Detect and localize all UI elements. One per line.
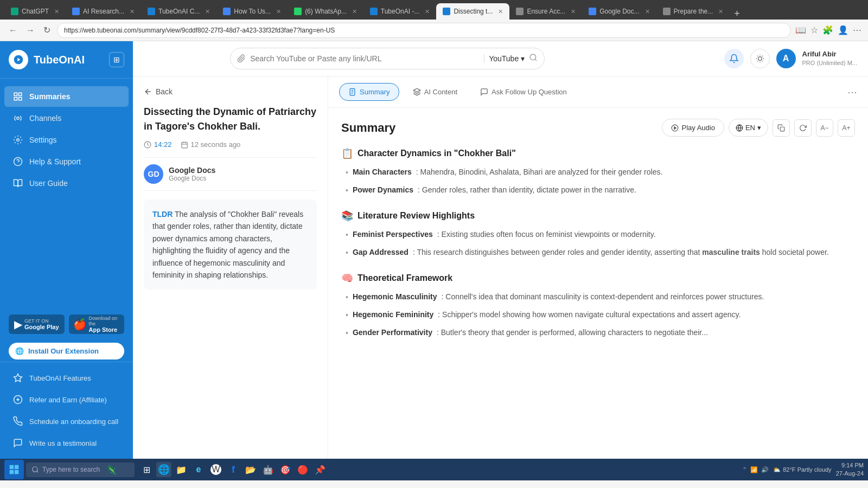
sidebar-item-settings[interactable]: Settings <box>4 130 129 150</box>
tab-favicon-ensure <box>516 8 524 15</box>
summary-header: Summary Play Audio EN ▾ <box>341 119 855 137</box>
section-heading-character: 📋 Character Dynamics in "Chokher Bali" <box>341 147 855 159</box>
tab-dissecting[interactable]: Dissecting t... ✕ <box>436 3 509 20</box>
taskbar-clock[interactable]: 9:14 PM 27-Aug-24 <box>836 461 864 478</box>
doc-icon <box>348 88 356 96</box>
bullet-key-performativity: Gender Performativity <box>353 326 432 338</box>
sidebar-collapse-button[interactable]: ⊞ <box>109 52 124 67</box>
search-input[interactable] <box>246 54 484 63</box>
tab-more-button[interactable]: ⋯ <box>847 86 857 98</box>
tab-prepare[interactable]: Prepare the... ✕ <box>656 3 730 20</box>
section-bullets-character: Main Characters: Mahendra, Binodini, Ash… <box>341 166 855 197</box>
tab-chatgpt[interactable]: ChatGPT ✕ <box>4 3 66 20</box>
back-nav-button[interactable]: ← <box>7 23 20 37</box>
tray-up-arrow[interactable]: ⌃ <box>742 466 747 473</box>
language-button[interactable]: EN ▾ <box>729 119 768 137</box>
tab-close-tube1[interactable]: ✕ <box>205 8 210 15</box>
tab-close-howto[interactable]: ✕ <box>276 8 281 15</box>
theme-toggle-button[interactable] <box>750 49 770 68</box>
taskbar-app1-icon[interactable]: 🎯 <box>278 462 293 477</box>
taskbar-app2-icon[interactable]: 🔴 <box>295 462 310 477</box>
tab-close-prepare[interactable]: ✕ <box>718 8 723 15</box>
taskbar-files-icon[interactable]: 📂 <box>243 462 258 477</box>
play-audio-button[interactable]: Play Audio <box>662 119 724 137</box>
sidebar-bottom-nav: TubeOnAI Features Refer and Earn (Affili… <box>0 362 133 459</box>
tab-ensure[interactable]: Ensure Acc... ✕ <box>509 3 582 20</box>
tab-close-wa[interactable]: ✕ <box>352 8 357 15</box>
tab-close-ai[interactable]: ✕ <box>130 8 135 15</box>
sidebar-item-guide[interactable]: User Guide <box>4 173 129 194</box>
bookmark-icon[interactable]: ☆ <box>810 25 818 35</box>
back-button[interactable]: Back <box>144 87 317 96</box>
summary-actions: Play Audio EN ▾ <box>662 119 856 137</box>
tab-summary[interactable]: Summary <box>339 83 399 101</box>
taskbar-copilot-icon[interactable]: 🤖 <box>260 462 276 477</box>
tab-ai-content[interactable]: AI Content <box>404 83 467 101</box>
right-panel: Summary AI Content Ask Follow Up Questio… <box>328 76 868 459</box>
tab-label-wa: (6) WhatsAp... <box>305 8 347 15</box>
extensions-icon[interactable]: 🧩 <box>822 25 833 35</box>
svg-rect-3 <box>19 93 22 95</box>
bullet-key-feminist: Feminist Perspectives <box>353 228 433 240</box>
bullet-feminist: Feminist Perspectives: Existing studies … <box>341 228 855 241</box>
sidebar-item-refer[interactable]: Refer and Earn (Affiliate) <box>4 389 129 410</box>
forward-nav-button[interactable]: → <box>24 23 37 37</box>
reload-button[interactable]: ↻ <box>41 23 53 37</box>
google-play-badge[interactable]: ▶ GET IT ON Google Play <box>9 314 65 334</box>
sidebar-label-schedule: Schedule an onboarding call <box>29 418 118 426</box>
taskbar-facebook-icon[interactable]: f <box>226 462 241 477</box>
tab-close-ensure[interactable]: ✕ <box>571 8 576 15</box>
svg-rect-39 <box>10 465 14 470</box>
tray-network-icon[interactable]: 📶 <box>750 466 758 473</box>
install-extension-button[interactable]: 🌐 Install Our Extension <box>9 343 124 359</box>
tab-close-dissecting[interactable]: ✕ <box>498 8 503 15</box>
tab-followup[interactable]: Ask Follow Up Question <box>471 83 576 101</box>
bullet-heg-masculinity: Hegemonic Masculinity: Connell's idea th… <box>341 291 855 303</box>
svg-line-22 <box>757 61 757 61</box>
taskbar-taskview-icon[interactable]: ⊞ <box>139 462 154 477</box>
tray-volume-icon[interactable]: 🔊 <box>761 466 769 473</box>
reader-mode-icon[interactable]: 📖 <box>795 25 806 35</box>
duration-meta: 14:22 <box>144 140 172 149</box>
taskbar-edge-icon[interactable]: e <box>191 462 206 477</box>
taskbar-explorer-icon[interactable]: 📁 <box>174 462 189 477</box>
sidebar-item-help[interactable]: Help & Support <box>4 151 129 172</box>
sidebar-item-testimonial[interactable]: Write us a testimonial <box>4 433 129 453</box>
search-button[interactable] <box>529 53 538 65</box>
tab-close-tube2[interactable]: ✕ <box>425 8 430 15</box>
sidebar-item-summaries[interactable]: Summaries <box>4 86 129 107</box>
decrease-font-button[interactable]: A− <box>816 119 833 137</box>
share-button[interactable] <box>794 119 812 137</box>
more-menu-icon[interactable]: ⋯ <box>853 25 861 35</box>
profile-icon[interactable]: 👤 <box>838 25 848 35</box>
sidebar-item-schedule[interactable]: Schedule an onboarding call <box>4 411 129 432</box>
sidebar-item-features[interactable]: TubeOnAI Features <box>4 368 129 388</box>
tab-tubeonai-dash[interactable]: TubeOnAI -... ✕ <box>363 3 437 20</box>
tab-howto[interactable]: How To Us... ✕ <box>216 3 288 20</box>
duration-link[interactable]: 14:22 <box>154 140 172 149</box>
sidebar-logo: TubeOnAI ⊞ <box>0 41 133 79</box>
address-bar-input[interactable] <box>57 23 791 38</box>
user-info: Ariful Abir PRO (Unlimited) M... <box>802 50 857 67</box>
sidebar-label-features: TubeOnAI Features <box>29 374 91 382</box>
notification-button[interactable] <box>724 49 744 68</box>
taskbar-search-bar[interactable]: Type here to search 🦎 <box>26 463 135 477</box>
taskbar-app3-icon[interactable]: 📌 <box>312 462 328 477</box>
sidebar-item-channels[interactable]: Channels <box>4 108 129 129</box>
new-tab-button[interactable]: + <box>730 8 744 20</box>
tab-tubeonai-c[interactable]: TubeOnAI C... ✕ <box>141 3 216 20</box>
taskbar-browser-icon[interactable]: 🌐 <box>156 462 171 477</box>
app-store-badge[interactable]: 🍎 Download on the App Store <box>69 314 125 334</box>
start-button[interactable] <box>4 460 24 479</box>
tab-whatsapp[interactable]: (6) WhatsAp... ✕ <box>288 3 363 20</box>
increase-font-button[interactable]: A+ <box>838 119 855 137</box>
tab-close-chatgpt[interactable]: ✕ <box>54 8 59 15</box>
tab-gdocs[interactable]: Google Doc... ✕ <box>582 3 656 20</box>
copy-button[interactable] <box>773 119 790 137</box>
clock-time: 9:14 PM <box>836 461 864 470</box>
taskbar-wikipedia-icon[interactable]: W <box>208 462 224 477</box>
lang-label: EN <box>745 124 755 132</box>
tab-close-gdocs[interactable]: ✕ <box>645 8 650 15</box>
tab-ai-research[interactable]: AI Research... ✕ <box>66 3 141 20</box>
platform-selector[interactable]: YouTube ▾ <box>484 54 529 63</box>
